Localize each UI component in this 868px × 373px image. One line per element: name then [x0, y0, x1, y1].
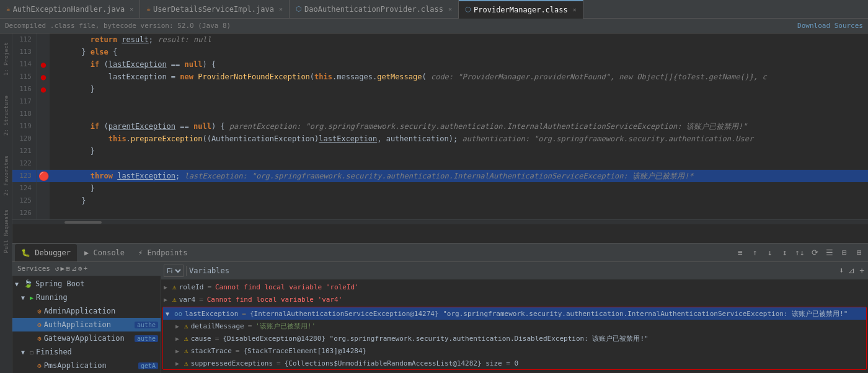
pms-label: PmsApplication — [44, 361, 107, 370]
refresh-icon[interactable]: ↺ — [55, 265, 60, 273]
dbg-separator — [186, 266, 187, 276]
arrow-running: ▼ — [21, 294, 27, 301]
code-line-120: 120 this.prepareException((Authenticatio… — [12, 133, 868, 145]
expand-detail: ▶ — [175, 323, 182, 330]
breakpoint-115[interactable]: ● — [41, 71, 46, 83]
tree-admin-app[interactable]: ⚙ AdminApplication — [12, 304, 161, 318]
tree-running[interactable]: ▼ ▶ Running — [12, 291, 161, 304]
tab-bar: ☕ AuthExceptionHandler.java ✕ ☕ UserDeta… — [0, 0, 868, 19]
vars-panel[interactable]: ▶ ⚠ roleId = Cannot find local variable … — [161, 279, 868, 373]
debugger-toolbar: Fi Variables ⬇ ⊿ + — [161, 262, 868, 279]
filter-icon[interactable]: ⊿ — [71, 265, 77, 273]
running-icon: ▶ — [30, 294, 33, 301]
auth-badge: authe — [135, 322, 158, 328]
breakpoint-114[interactable]: ● — [41, 58, 46, 71]
breakpoint-116[interactable]: ● — [41, 83, 46, 95]
line-gutter-126 — [37, 207, 50, 219]
code-line-122: 122 — [12, 157, 868, 170]
toolbar-icon-8[interactable]: ⊟ — [838, 247, 851, 259]
toolbar-icon-3[interactable]: ↓ — [764, 247, 776, 259]
debugger-tab-label: Debugger — [35, 248, 71, 257]
gateway-icon: ⚙ — [37, 335, 42, 343]
group-icon[interactable]: ⊞ — [66, 265, 70, 273]
panel-toolbar-icons: ≡ ↑ ↓ ↕ ↑↓ ⟳ ☰ ⊟ ⊞ — [734, 247, 866, 259]
code-line-115: 115 ● lastException = new ProviderNotFou… — [12, 71, 868, 83]
main-area: 1: Project 2: Structure 2: Favorites Pul… — [0, 33, 868, 373]
class-icon: ⬡ — [296, 5, 302, 13]
var-row-roleid[interactable]: ▶ ⚠ roleId = Cannot find local variable … — [161, 281, 868, 293]
bottom-panel: 🐛 Debugger ▶ Console ⚡ Endpoints ≡ ↑ ↓ ↕… — [12, 243, 868, 373]
decompile-info: Decompiled .class file, bytecode version… — [5, 22, 231, 30]
run-icon[interactable]: ▶ — [61, 265, 65, 273]
tab-provider-mgr[interactable]: ⬡ ProviderManager.class ✕ — [459, 0, 583, 19]
scrollbar-thumb[interactable] — [64, 221, 102, 224]
code-line-116: 116 ● } — [12, 83, 868, 95]
services-header: Services ↺ ▶ ⊞ ⊿ ⚙ + — [12, 262, 161, 276]
var-row-stacktrace[interactable]: ▶ ⚠ stackTrace = {StackTraceElement[103]… — [163, 344, 866, 357]
code-view[interactable]: 112 return result; result: null 113 } el… — [12, 33, 868, 243]
settings-icon[interactable]: ⚙ — [78, 265, 82, 273]
filter-vars-icon[interactable]: ⊿ — [847, 265, 856, 276]
tab-close-provider[interactable]: ✕ — [573, 6, 577, 13]
tab-debugger[interactable]: 🐛 Debugger — [15, 244, 77, 261]
finished-icon: ◻ — [30, 349, 33, 356]
debugger-right-toolbar: ⬇ ⊿ + — [838, 265, 866, 276]
tab-label: UserDetailsServiceImpl.java — [153, 5, 274, 14]
horizontal-scrollbar[interactable] — [12, 219, 868, 224]
toolbar-icon-4[interactable]: ↕ — [779, 247, 791, 259]
toolbar-icon-5[interactable]: ↑↓ — [794, 247, 806, 259]
tab-auth-exception[interactable]: ☕ AuthExceptionHandler.java ✕ — [0, 0, 140, 19]
tab-console[interactable]: ▶ Console — [78, 244, 131, 261]
code-lines: 112 return result; result: null 113 } el… — [12, 33, 868, 219]
tree-pms-app[interactable]: ⚙ PmsApplication getA — [12, 359, 161, 372]
var-row-cause[interactable]: ▶ ⚠ cause = {DisabledException@14280} "o… — [163, 332, 866, 344]
arrow-spring-boot: ▼ — [15, 281, 21, 287]
step-down-icon[interactable]: ⬇ — [838, 265, 845, 276]
warn-var4: ⚠ — [172, 296, 177, 304]
toolbar-icon-6[interactable]: ⟳ — [808, 247, 821, 259]
toolbar-icon-1[interactable]: ≡ — [734, 247, 746, 259]
panel-tabs: 🐛 Debugger ▶ Console ⚡ Endpoints ≡ ↑ ↓ ↕… — [12, 244, 868, 262]
breakpoint-current[interactable]: 🔴 — [38, 170, 49, 182]
warn-detail: ⚠ — [184, 322, 188, 330]
download-sources-button[interactable]: Download Sources — [797, 22, 863, 30]
code-line-123: 123 🔴 throw lastException; lastException… — [12, 170, 868, 182]
tab-dao-auth[interactable]: ⬡ DaoAuthenticationProvider.class ✕ — [290, 0, 459, 19]
var-row-var4[interactable]: ▶ ⚠ var4 = Cannot find local variable 'v… — [161, 293, 868, 305]
expand-roleid: ▶ — [164, 284, 170, 291]
tree-gateway-app[interactable]: ⚙ GatewayApplication authe — [12, 331, 161, 345]
code-line-124: 124 } — [12, 182, 868, 195]
line-gutter-125 — [37, 195, 50, 207]
tab-endpoints[interactable]: ⚡ Endpoints — [132, 244, 194, 261]
expand-suppressed: ▶ — [175, 360, 182, 367]
toolbar-icon-2[interactable]: ↑ — [749, 247, 761, 259]
tab-user-details[interactable]: ☕ UserDetailsServiceImpl.java ✕ — [140, 0, 290, 19]
toolbar-icon-7[interactable]: ☰ — [823, 247, 836, 259]
pull-requests-label: Pull Requests — [3, 209, 9, 253]
var-row-suppressed[interactable]: ▶ ⚠ suppressedExceptions = {Collections$… — [163, 357, 866, 369]
toolbar-icon-9[interactable]: ⊞ — [853, 247, 866, 259]
tab-close-auth[interactable]: ✕ — [130, 6, 133, 12]
tree-auth-app[interactable]: ⚙ AuthApplication authe — [12, 318, 161, 331]
running-label: Running — [36, 293, 68, 302]
bug-icon: 🐛 — [21, 248, 30, 257]
tab-close-dao[interactable]: ✕ — [448, 6, 452, 12]
tree-finished[interactable]: ▼ ◻ Finished — [12, 345, 161, 359]
tab-close-user[interactable]: ✕ — [279, 6, 283, 12]
add-icon[interactable]: + — [83, 265, 87, 273]
add-watch-icon[interactable]: + — [858, 265, 866, 276]
frames-dropdown[interactable]: Fi — [164, 265, 184, 277]
info-bar: Decompiled .class file, bytecode version… — [0, 19, 868, 33]
services-title: Services — [17, 265, 50, 273]
editor-area: 112 return result; result: null 113 } el… — [12, 33, 868, 373]
tree-spring-boot[interactable]: ▼ 🍃 Spring Boot — [12, 277, 161, 291]
warn-stacktrace: ⚠ — [184, 347, 188, 355]
class-icon2: ⬡ — [465, 6, 471, 14]
expand-lastexception: ▼ — [166, 310, 172, 317]
line-gutter-114: ● — [37, 58, 50, 71]
debugger-panel: Fi Variables ⬇ ⊿ + — [161, 262, 868, 373]
code-line-119: 119 if (parentException == null) { paren… — [12, 120, 868, 133]
var-row-lastexception[interactable]: ▼ oo lastException = {InternalAuthentica… — [163, 307, 866, 320]
warn-cause: ⚠ — [184, 335, 188, 343]
var-row-detailmessage[interactable]: ▶ ⚠ detailMessage = '该账户已被禁用!' — [163, 320, 866, 332]
